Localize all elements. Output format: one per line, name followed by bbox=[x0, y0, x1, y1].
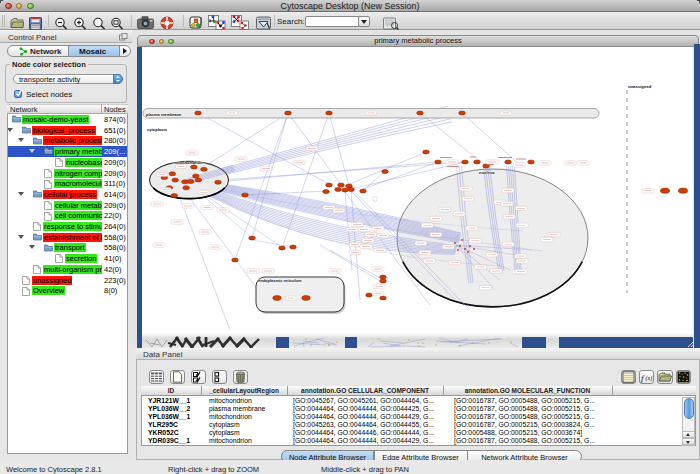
svg-text:endoplasmic reticulum: endoplasmic reticulum bbox=[258, 278, 302, 283]
svg-text:unassigned: unassigned bbox=[628, 84, 652, 89]
svg-text:(x): (x) bbox=[646, 375, 653, 382]
svg-text:plasma membrane: plasma membrane bbox=[146, 112, 182, 117]
svg-text:f: f bbox=[641, 373, 645, 383]
svg-text:cytoplasm: cytoplasm bbox=[147, 127, 167, 132]
svg-text:nucleus: nucleus bbox=[479, 170, 495, 175]
